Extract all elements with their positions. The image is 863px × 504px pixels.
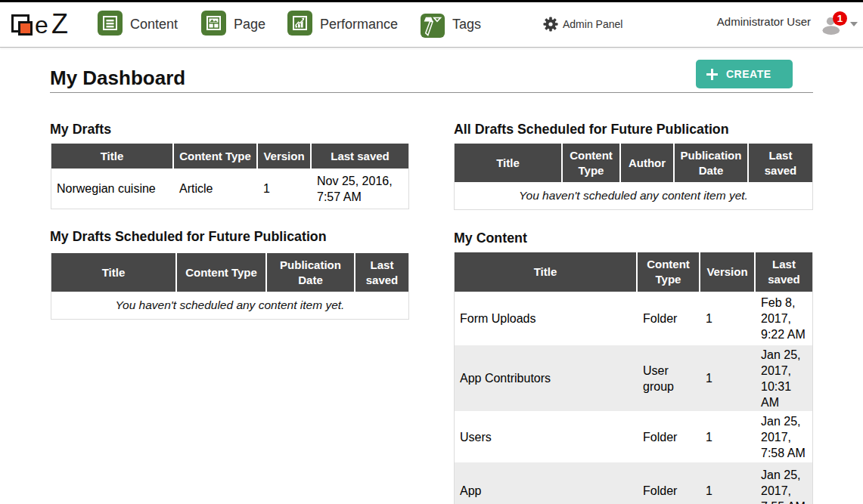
svg-text:1: 1 xyxy=(837,13,843,24)
